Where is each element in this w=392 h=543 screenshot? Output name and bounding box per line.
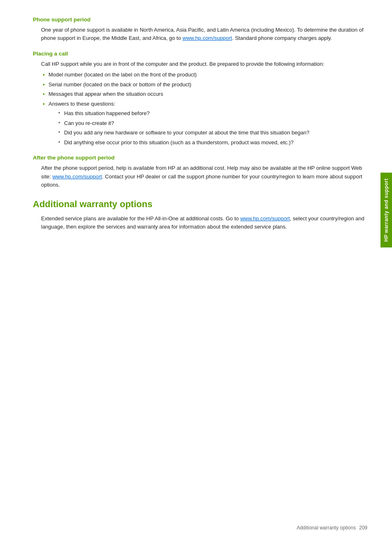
footer-text: Additional warranty options [297, 525, 356, 531]
footer-page-number: 209 [359, 525, 367, 531]
sub-bullet-recreate: Can you re-create it? [57, 119, 367, 127]
bullet-model-number: Model number (located on the label on th… [41, 71, 367, 79]
sub-bullets: Has this situation happened before? Can … [57, 109, 367, 146]
sub-bullet-happened-before: Has this situation happened before? [57, 109, 367, 118]
section-placing-a-call: Placing a call Call HP support while you… [33, 51, 367, 146]
sub-bullet-anything-else: Did anything else occur prior to this si… [57, 139, 367, 147]
body-placing-a-call: Call HP support while you are in front o… [41, 60, 367, 146]
footer: Additional warranty options 209 [297, 525, 367, 531]
heading-phone-support-period: Phone support period [33, 16, 367, 23]
heading-placing-a-call: Placing a call [33, 51, 367, 57]
bullet-serial-number: Serial number (located on the back or bo… [41, 81, 367, 89]
hp-support-link-3[interactable]: support [272, 215, 290, 222]
heading-additional-warranty: Additional warranty options [33, 199, 367, 210]
section-after-phone-support: After the phone support period After the… [33, 155, 367, 189]
sub-bullet-hardware-software: Did you add any new hardware or software… [57, 129, 367, 137]
heading-after-phone-support: After the phone support period [33, 155, 367, 161]
hp-support-link-1[interactable]: www.hp.com/support [182, 35, 232, 41]
additional-warranty-text: Extended service plans are available for… [41, 215, 367, 231]
phone-support-text: One year of phone support is available i… [41, 26, 367, 42]
side-tab: HP warranty and support [380, 173, 392, 247]
placing-call-bullets: Model number (located on the label on th… [41, 71, 367, 146]
bullet-messages: Messages that appear when the situation … [41, 90, 367, 98]
placing-call-intro: Call HP support while you are in front o… [41, 60, 367, 68]
warranty-intro: Extended service plans are available for… [41, 215, 240, 222]
body-additional-warranty: Extended service plans are available for… [41, 215, 367, 231]
section-additional-warranty: Additional warranty options Extended ser… [33, 199, 367, 231]
section-phone-support-period: Phone support period One year of phone s… [33, 16, 367, 42]
hp-support-link-2[interactable]: www.hp.com/support [52, 173, 102, 180]
after-phone-support-text: After the phone support period, help is … [41, 164, 367, 189]
page-container: Phone support period One year of phone s… [0, 0, 392, 543]
side-tab-label: HP warranty and support [383, 178, 389, 242]
body-phone-support-period: One year of phone support is available i… [41, 26, 367, 42]
body-after-phone-support: After the phone support period, help is … [41, 164, 367, 189]
bullet-answers: Answers to these questions: Has this sit… [41, 100, 367, 147]
hp-com-link[interactable]: www.hp.com/ [240, 215, 272, 222]
phone-support-suffix: . Standard phone company charges apply. [232, 35, 332, 41]
